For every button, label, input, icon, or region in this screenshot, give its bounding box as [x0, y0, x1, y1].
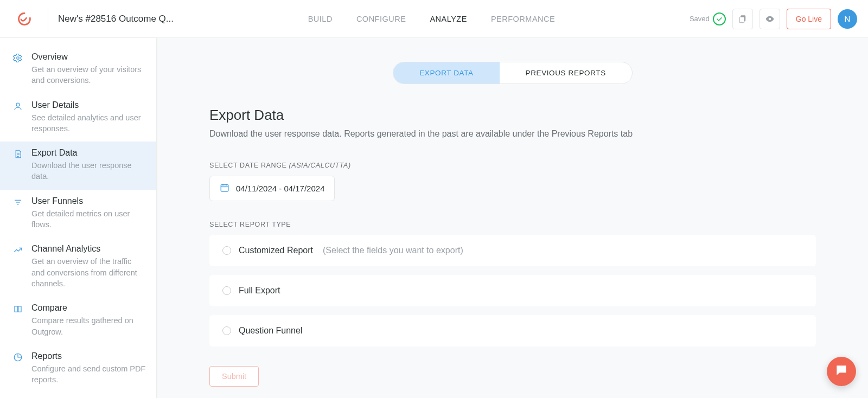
sidebar-item-desc: Compare results gathered on Outgrow.	[31, 315, 146, 337]
date-range-label-text: SELECT DATE RANGE	[209, 162, 289, 169]
sidebar-item-export-data[interactable]: Export Data Download the user response d…	[0, 142, 156, 190]
svg-point-3	[17, 57, 20, 60]
document-icon	[12, 148, 24, 182]
copy-button[interactable]	[732, 9, 753, 29]
svg-rect-11	[15, 306, 17, 312]
top-nav: BUILD CONFIGURE ANALYZE PERFORMANCE	[174, 15, 690, 23]
chat-fab[interactable]	[827, 357, 856, 386]
report-option-label: Question Funnel	[239, 326, 302, 336]
page-subheading: Download the user response data. Reports…	[209, 129, 816, 139]
date-range-timezone: (ASIA/CALCUTTA)	[289, 162, 350, 169]
sidebar-item-desc: Configure and send custom PDF reports.	[31, 363, 146, 386]
submit-button[interactable]: Submit	[209, 366, 259, 387]
main-panel: EXPORT DATA PREVIOUS REPORTS Export Data…	[157, 38, 868, 398]
calendar-icon	[220, 183, 229, 194]
sidebar-item-user-details[interactable]: User Details See detailed analytics and …	[0, 94, 156, 142]
nav-analyze[interactable]: ANALYZE	[430, 15, 467, 23]
report-option-full-export[interactable]: Full Export	[209, 275, 816, 306]
sidebar-item-title: Reports	[31, 351, 146, 361]
svg-point-2	[769, 17, 771, 20]
sidebar-item-title: Compare	[31, 303, 146, 313]
funnel-icon	[12, 196, 24, 230]
svg-rect-1	[739, 17, 744, 23]
logo[interactable]	[11, 11, 38, 27]
page-heading: Export Data	[209, 107, 816, 124]
chart-line-icon	[12, 244, 24, 289]
chat-icon	[834, 363, 848, 380]
report-type-label: SELECT REPORT TYPE	[209, 221, 816, 228]
sidebar-item-desc: See detailed analytics and user response…	[31, 112, 146, 134]
report-option-customized[interactable]: Customized Report (Select the fields you…	[209, 235, 816, 266]
date-range-label: SELECT DATE RANGE (ASIA/CALCUTTA)	[209, 162, 816, 169]
sidebar-item-desc: Get an overview of your visitors and con…	[31, 64, 146, 86]
user-icon	[12, 100, 24, 134]
sidebar-item-user-funnels[interactable]: User Funnels Get detailed metrics on use…	[0, 190, 156, 238]
go-live-button[interactable]: Go Live	[787, 9, 831, 29]
date-range-picker[interactable]: 04/11/2024 - 04/17/2024	[209, 176, 335, 201]
sidebar-item-title: User Details	[31, 100, 146, 110]
sidebar-item-desc: Download the user response data.	[31, 160, 146, 182]
pie-chart-icon	[12, 351, 24, 386]
compare-icon	[12, 303, 24, 337]
saved-label: Saved	[690, 15, 710, 23]
sidebar-item-title: User Funnels	[31, 196, 146, 206]
segmented-control: EXPORT DATA PREVIOUS REPORTS	[393, 62, 633, 84]
tab-export-data[interactable]: EXPORT DATA	[393, 62, 499, 84]
sidebar: Overview Get an overview of your visitor…	[0, 38, 157, 398]
report-option-question-funnel[interactable]: Question Funnel	[209, 315, 816, 346]
svg-point-4	[16, 103, 20, 106]
sidebar-item-desc: Get detailed metrics on user flows.	[31, 208, 146, 230]
preview-button[interactable]	[760, 9, 780, 29]
svg-rect-12	[18, 306, 21, 312]
nav-build[interactable]: BUILD	[308, 15, 333, 23]
radio-icon	[222, 286, 231, 295]
sidebar-item-title: Channel Analytics	[31, 244, 146, 254]
radio-icon	[222, 246, 231, 255]
sidebar-item-desc: Get an overview of the traffic and conve…	[31, 256, 146, 289]
radio-icon	[222, 326, 231, 335]
top-bar: New's #28516 Outcome Q... BUILD CONFIGUR…	[0, 0, 868, 38]
sidebar-item-channel-analytics[interactable]: Channel Analytics Get an overview of the…	[0, 237, 156, 297]
sidebar-item-overview[interactable]: Overview Get an overview of your visitor…	[0, 46, 156, 94]
nav-configure[interactable]: CONFIGURE	[356, 15, 406, 23]
report-option-label: Customized Report	[239, 246, 313, 255]
tab-previous-reports[interactable]: PREVIOUS REPORTS	[500, 62, 632, 84]
project-title: New's #28516 Outcome Q...	[58, 14, 174, 24]
sidebar-item-compare[interactable]: Compare Compare results gathered on Outg…	[0, 297, 156, 345]
sidebar-item-reports[interactable]: Reports Configure and send custom PDF re…	[0, 345, 156, 393]
report-option-hint: (Select the fields you want to export)	[323, 246, 463, 255]
top-right-cluster: Saved Go Live N	[690, 9, 857, 29]
svg-rect-14	[221, 185, 228, 191]
nav-performance[interactable]: PERFORMANCE	[491, 15, 555, 23]
sidebar-item-title: Export Data	[31, 148, 146, 158]
report-option-label: Full Export	[239, 286, 280, 296]
gear-icon	[12, 52, 24, 86]
saved-indicator: Saved	[690, 12, 726, 25]
date-range-value: 04/11/2024 - 04/17/2024	[236, 184, 324, 193]
check-circle-icon	[713, 12, 726, 25]
avatar[interactable]: N	[838, 9, 857, 29]
divider	[48, 7, 48, 31]
sidebar-item-title: Overview	[31, 52, 146, 62]
